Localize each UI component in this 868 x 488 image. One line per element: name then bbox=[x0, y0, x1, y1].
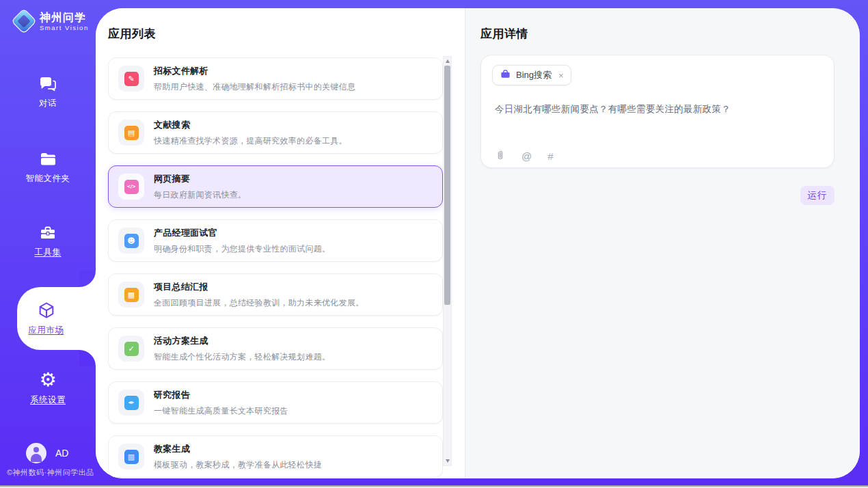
app-desc: 帮助用户快速、准确地理解和解析招标书中的关键信息 bbox=[154, 81, 355, 93]
sidebar-item-label: 应用市场 bbox=[29, 325, 64, 336]
sidebar-item-settings[interactable]: ⚙ 系统设置 bbox=[0, 370, 96, 406]
run-button[interactable]: 运行 bbox=[800, 186, 835, 205]
brand-subtitle: Smart Vision bbox=[40, 24, 89, 31]
app-desc: 全面回顾项目进展，总结经验教训，助力未来优化发展。 bbox=[154, 297, 364, 309]
app-name: 招标文件解析 bbox=[154, 65, 355, 77]
brand-name: 神州问学 bbox=[40, 12, 89, 24]
scroll-down-icon[interactable] bbox=[444, 457, 451, 465]
app-card-bid-analysis[interactable]: ✎ 招标文件解析 帮助用户快速、准确地理解和解析招标书中的关键信息 bbox=[108, 57, 443, 100]
app-desc: 快速精准查找学术资源，提高研究效率的必备工具。 bbox=[154, 135, 347, 147]
app-card-literature-search[interactable]: ▤ 文献搜索 快速精准查找学术资源，提高研究效率的必备工具。 bbox=[108, 111, 443, 154]
tool-chip-bing-search[interactable]: Bing搜索 × bbox=[492, 65, 571, 85]
app-card-project-summary[interactable]: ▦ 项目总结汇报 全面回顾项目进展，总结经验教训，助力未来优化发展。 bbox=[108, 273, 443, 316]
chat-icon bbox=[38, 75, 57, 93]
close-icon[interactable]: × bbox=[558, 71, 564, 80]
app-card-research-report[interactable]: ✒ 研究报告 一键智能生成高质量长文本研究报告 bbox=[108, 381, 443, 424]
cube-icon bbox=[37, 301, 56, 320]
document-edit-icon: ✎ bbox=[118, 66, 144, 92]
prompt-toolbar: @ # bbox=[495, 150, 554, 163]
app-card-list: ✎ 招标文件解析 帮助用户快速、准确地理解和解析招标书中的关键信息 ▤ 文献搜索… bbox=[108, 57, 443, 478]
app-card-pm-interviewer[interactable]: ☻ 产品经理面试官 明确身份和职责，为您提供专业性的面试问题。 bbox=[108, 219, 443, 262]
app-desc: 智能生成个性化活动方案，轻松解决规划难题。 bbox=[154, 351, 330, 363]
tool-chip-label: Bing搜索 bbox=[516, 69, 552, 81]
user-name: AD bbox=[55, 448, 68, 459]
prompt-input[interactable]: 今日湖北有哪些新闻要点？有哪些需要关注的最新政策？ bbox=[495, 103, 816, 116]
sidebar-item-toolset[interactable]: 工具集 bbox=[0, 224, 96, 258]
mention-icon[interactable]: @ bbox=[521, 151, 532, 162]
calendar-report-icon: ▦ bbox=[118, 282, 144, 308]
app-list-panel: 应用列表 ✎ 招标文件解析 帮助用户快速、准确地理解和解析招标书中的关键信息 ▤ bbox=[96, 8, 465, 478]
gear-icon: ⚙ bbox=[39, 370, 56, 390]
paperclip-icon[interactable] bbox=[495, 150, 506, 163]
diamond-logo-icon bbox=[14, 11, 34, 31]
app-detail-panel: 应用详情 Bing搜索 × 今日湖北有哪些新闻要点？有哪些需要关注的最新政策？ bbox=[465, 8, 860, 478]
app-name: 教案生成 bbox=[154, 443, 322, 455]
list-scrollbar[interactable] bbox=[443, 56, 452, 466]
app-card-event-plan[interactable]: ✓ 活动方案生成 智能生成个性化活动方案，轻松解决规划难题。 bbox=[108, 327, 443, 370]
user-avatar-icon bbox=[26, 443, 46, 463]
brand-logo: 神州问学 Smart Vision bbox=[14, 11, 89, 31]
sidebar-item-label: 智能文件夹 bbox=[26, 173, 70, 185]
sidebar-item-chat[interactable]: 对话 bbox=[0, 75, 96, 109]
app-name: 网页摘要 bbox=[154, 173, 246, 185]
sidebar-item-label: 对话 bbox=[39, 98, 57, 109]
content-panel: 应用列表 ✎ 招标文件解析 帮助用户快速、准确地理解和解析招标书中的关键信息 ▤ bbox=[96, 8, 860, 478]
book-icon: ▤ bbox=[118, 120, 144, 146]
app-card-webpage-summary[interactable]: </> 网页摘要 每日政府新闻资讯快查。 bbox=[108, 165, 443, 208]
webpage-code-icon: </> bbox=[118, 174, 144, 200]
scroll-up-icon[interactable] bbox=[444, 57, 451, 66]
app-desc: 一键智能生成高质量长文本研究报告 bbox=[154, 405, 288, 417]
user-account[interactable]: AD bbox=[26, 443, 68, 463]
briefcase-icon bbox=[500, 68, 511, 83]
prompt-card: Bing搜索 × 今日湖北有哪些新闻要点？有哪些需要关注的最新政策？ @ # bbox=[480, 55, 835, 168]
active-tab-curve-top bbox=[79, 271, 96, 287]
sidebar-item-label: 系统设置 bbox=[30, 394, 66, 406]
scrollbar-thumb[interactable] bbox=[444, 66, 450, 305]
app-name: 活动方案生成 bbox=[154, 335, 330, 347]
sidebar: 神州问学 Smart Vision 对话 智能文件夹 bbox=[0, 0, 96, 488]
folder-icon bbox=[38, 150, 57, 168]
interviewer-icon: ☻ bbox=[118, 228, 144, 254]
clipboard-check-icon: ✓ bbox=[118, 336, 144, 362]
copyright-footer: ©神州数码·神州问学出品 bbox=[7, 467, 94, 478]
app-name: 项目总结汇报 bbox=[154, 281, 364, 293]
app-list-title: 应用列表 bbox=[108, 26, 156, 42]
app-desc: 每日政府新闻资讯快查。 bbox=[154, 189, 246, 201]
app-detail-title: 应用详情 bbox=[480, 26, 528, 42]
sidebar-item-smart-folder[interactable]: 智能文件夹 bbox=[0, 150, 96, 185]
quill-icon: ✒ bbox=[118, 390, 144, 416]
active-tab-curve-bottom bbox=[79, 350, 96, 366]
app-name: 研究报告 bbox=[154, 389, 288, 401]
app-desc: 模板驱动，教案秒成，教学准备从此轻松快捷 bbox=[154, 459, 322, 471]
app-name: 文献搜索 bbox=[154, 119, 347, 131]
sidebar-item-app-market[interactable]: 应用市场 bbox=[17, 287, 96, 350]
app-card-lesson-plan[interactable]: ▥ 教案生成 模板驱动，教案秒成，教学准备从此轻松快捷 bbox=[108, 435, 443, 478]
hash-icon[interactable]: # bbox=[547, 151, 553, 162]
books-icon: ▥ bbox=[118, 444, 144, 470]
app-name: 产品经理面试官 bbox=[154, 227, 330, 239]
toolbox-icon bbox=[38, 224, 57, 242]
app-desc: 明确身份和职责，为您提供专业性的面试问题。 bbox=[154, 243, 330, 255]
sidebar-item-label: 工具集 bbox=[35, 247, 62, 258]
